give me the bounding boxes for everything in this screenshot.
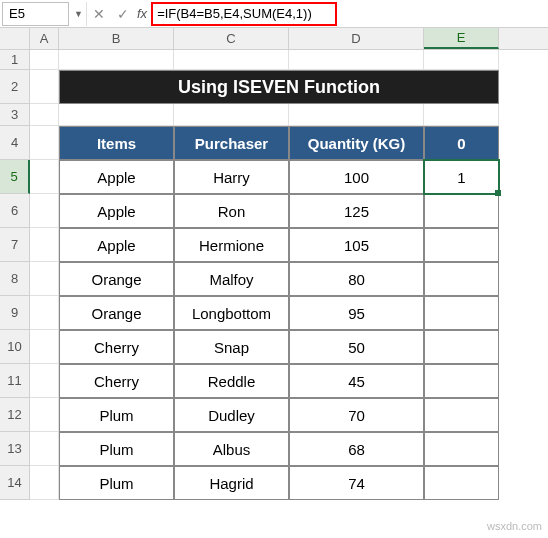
name-box-dropdown[interactable]: ▼ bbox=[71, 2, 87, 26]
cell-D5[interactable]: 100 bbox=[289, 160, 424, 194]
cell-A3[interactable] bbox=[30, 104, 59, 126]
cell-D1[interactable] bbox=[289, 50, 424, 70]
watermark: wsxdn.com bbox=[487, 520, 542, 532]
row-header-8[interactable]: 8 bbox=[0, 262, 30, 296]
cell-A1[interactable] bbox=[30, 50, 59, 70]
cell-B13[interactable]: Plum bbox=[59, 432, 174, 466]
cell-B8[interactable]: Orange bbox=[59, 262, 174, 296]
cell-C11[interactable]: Reddle bbox=[174, 364, 289, 398]
cell-D12[interactable]: 70 bbox=[289, 398, 424, 432]
title-cell[interactable]: Using ISEVEN Function bbox=[59, 70, 499, 104]
cells-area[interactable]: Using ISEVEN Function Items Purchaser Qu… bbox=[30, 50, 548, 500]
cell-B10[interactable]: Cherry bbox=[59, 330, 174, 364]
cell-reference: E5 bbox=[9, 6, 25, 21]
formula-input[interactable]: =IF(B4=B5,E4,SUM(E4,1)) bbox=[157, 6, 312, 21]
column-headers: A B C D E bbox=[0, 28, 548, 50]
header-ecol[interactable]: 0 bbox=[424, 126, 499, 160]
cell-D9[interactable]: 95 bbox=[289, 296, 424, 330]
row-header-4[interactable]: 4 bbox=[0, 126, 30, 160]
row-header-3[interactable]: 3 bbox=[0, 104, 30, 126]
row-header-11[interactable]: 11 bbox=[0, 364, 30, 398]
chevron-down-icon: ▼ bbox=[74, 9, 83, 19]
cell-A9[interactable] bbox=[30, 296, 59, 330]
cell-D6[interactable]: 125 bbox=[289, 194, 424, 228]
row-header-13[interactable]: 13 bbox=[0, 432, 30, 466]
cell-C6[interactable]: Ron bbox=[174, 194, 289, 228]
row-header-5[interactable]: 5 bbox=[0, 160, 30, 194]
col-header-B[interactable]: B bbox=[59, 28, 174, 49]
fill-handle[interactable] bbox=[495, 190, 501, 196]
cell-A13[interactable] bbox=[30, 432, 59, 466]
select-all-corner[interactable] bbox=[0, 28, 30, 49]
cell-B11[interactable]: Cherry bbox=[59, 364, 174, 398]
accept-formula-button[interactable]: ✓ bbox=[111, 2, 135, 26]
cell-A7[interactable] bbox=[30, 228, 59, 262]
cell-A14[interactable] bbox=[30, 466, 59, 500]
fx-icon[interactable]: fx bbox=[135, 6, 151, 21]
cell-C10[interactable]: Snap bbox=[174, 330, 289, 364]
cell-B9[interactable]: Orange bbox=[59, 296, 174, 330]
row-header-14[interactable]: 14 bbox=[0, 466, 30, 500]
cell-A6[interactable] bbox=[30, 194, 59, 228]
cell-A2[interactable] bbox=[30, 70, 59, 104]
cell-C5[interactable]: Harry bbox=[174, 160, 289, 194]
cell-C7[interactable]: Hermione bbox=[174, 228, 289, 262]
row-header-9[interactable]: 9 bbox=[0, 296, 30, 330]
row-header-12[interactable]: 12 bbox=[0, 398, 30, 432]
cell-C3[interactable] bbox=[174, 104, 289, 126]
cell-A11[interactable] bbox=[30, 364, 59, 398]
header-quantity[interactable]: Quantity (KG) bbox=[289, 126, 424, 160]
cell-C13[interactable]: Albus bbox=[174, 432, 289, 466]
col-header-A[interactable]: A bbox=[30, 28, 59, 49]
cell-B1[interactable] bbox=[59, 50, 174, 70]
cell-E9[interactable] bbox=[424, 296, 499, 330]
header-purchaser[interactable]: Purchaser bbox=[174, 126, 289, 160]
row-header-7[interactable]: 7 bbox=[0, 228, 30, 262]
cell-C14[interactable]: Hagrid bbox=[174, 466, 289, 500]
cell-D13[interactable]: 68 bbox=[289, 432, 424, 466]
row-header-10[interactable]: 10 bbox=[0, 330, 30, 364]
cell-E1[interactable] bbox=[424, 50, 499, 70]
cell-B3[interactable] bbox=[59, 104, 174, 126]
cell-B14[interactable]: Plum bbox=[59, 466, 174, 500]
cell-C1[interactable] bbox=[174, 50, 289, 70]
cell-E3[interactable] bbox=[424, 104, 499, 126]
cell-A4[interactable] bbox=[30, 126, 59, 160]
cell-A8[interactable] bbox=[30, 262, 59, 296]
cell-A12[interactable] bbox=[30, 398, 59, 432]
row-header-1[interactable]: 1 bbox=[0, 50, 30, 70]
cell-E5[interactable]: 1 bbox=[424, 160, 499, 194]
row-headers: 1 2 3 4 5 6 7 8 9 10 11 12 13 14 bbox=[0, 50, 30, 500]
cell-E8[interactable] bbox=[424, 262, 499, 296]
header-items[interactable]: Items bbox=[59, 126, 174, 160]
cell-B12[interactable]: Plum bbox=[59, 398, 174, 432]
cancel-formula-button[interactable]: ✕ bbox=[87, 2, 111, 26]
cell-E10[interactable] bbox=[424, 330, 499, 364]
cell-D10[interactable]: 50 bbox=[289, 330, 424, 364]
cell-C9[interactable]: Longbottom bbox=[174, 296, 289, 330]
cell-C8[interactable]: Malfoy bbox=[174, 262, 289, 296]
col-header-C[interactable]: C bbox=[174, 28, 289, 49]
col-header-E[interactable]: E bbox=[424, 28, 499, 49]
cell-B5[interactable]: Apple bbox=[59, 160, 174, 194]
cell-A10[interactable] bbox=[30, 330, 59, 364]
cell-E7[interactable] bbox=[424, 228, 499, 262]
name-box[interactable]: E5 bbox=[2, 2, 69, 26]
cell-C12[interactable]: Dudley bbox=[174, 398, 289, 432]
cell-D11[interactable]: 45 bbox=[289, 364, 424, 398]
row-header-2[interactable]: 2 bbox=[0, 70, 30, 104]
cell-D14[interactable]: 74 bbox=[289, 466, 424, 500]
cell-E6[interactable] bbox=[424, 194, 499, 228]
cell-B6[interactable]: Apple bbox=[59, 194, 174, 228]
cell-D3[interactable] bbox=[289, 104, 424, 126]
row-header-6[interactable]: 6 bbox=[0, 194, 30, 228]
cell-D7[interactable]: 105 bbox=[289, 228, 424, 262]
cell-A5[interactable] bbox=[30, 160, 59, 194]
cell-E13[interactable] bbox=[424, 432, 499, 466]
cell-E14[interactable] bbox=[424, 466, 499, 500]
cell-D8[interactable]: 80 bbox=[289, 262, 424, 296]
cell-E11[interactable] bbox=[424, 364, 499, 398]
cell-E12[interactable] bbox=[424, 398, 499, 432]
col-header-D[interactable]: D bbox=[289, 28, 424, 49]
cell-B7[interactable]: Apple bbox=[59, 228, 174, 262]
